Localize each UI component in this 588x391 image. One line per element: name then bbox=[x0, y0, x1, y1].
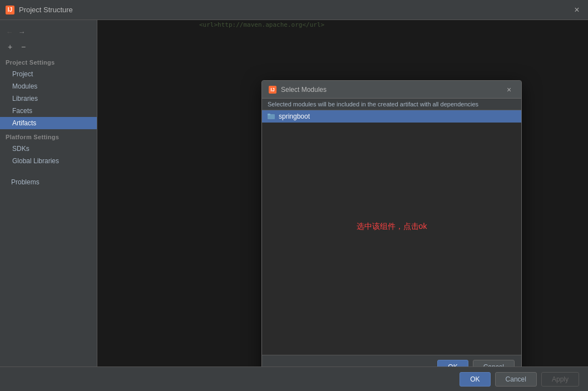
dialog-close-button[interactable]: × bbox=[503, 84, 515, 95]
nav-arrows: ← → bbox=[0, 25, 97, 39]
sidebar-item-project[interactable]: Project bbox=[0, 68, 97, 80]
content-area: <url>http://maven.apache.org</url> Nothi… bbox=[97, 20, 588, 366]
dialog-ok-button[interactable]: OK bbox=[437, 360, 468, 367]
sidebar-toolbar: + − bbox=[0, 39, 97, 55]
title-bar: IJ Project Structure × bbox=[0, 0, 588, 20]
window-close-button[interactable]: × bbox=[571, 4, 582, 16]
module-name: springboot bbox=[279, 113, 310, 120]
add-button[interactable]: + bbox=[4, 41, 16, 52]
module-item-springboot[interactable]: springboot bbox=[262, 110, 521, 123]
modal-overlay: IJ Select Modules × Selected modules wil… bbox=[97, 20, 588, 366]
annotation-text: 选中该组件，点击ok bbox=[357, 222, 427, 232]
module-folder-icon bbox=[268, 113, 275, 120]
dialog-titlebar: IJ Select Modules × bbox=[262, 81, 521, 99]
dialog-title: Select Modules bbox=[281, 86, 503, 94]
dialog-body: Selected modules will be included in the… bbox=[262, 99, 521, 355]
forward-button[interactable]: → bbox=[17, 27, 27, 37]
window-title: Project Structure bbox=[19, 6, 571, 14]
cancel-button[interactable]: Cancel bbox=[495, 372, 537, 387]
ok-button[interactable]: OK bbox=[459, 372, 490, 387]
problems-section: Problems bbox=[0, 167, 97, 188]
remove-button[interactable]: − bbox=[18, 41, 29, 52]
sidebar-item-libraries[interactable]: Libraries bbox=[0, 92, 97, 105]
dialog-icon: IJ bbox=[269, 86, 276, 94]
sidebar-item-problems[interactable]: Problems bbox=[6, 176, 91, 188]
sidebar-item-modules[interactable]: Modules bbox=[0, 80, 97, 92]
apply-button[interactable]: Apply bbox=[541, 372, 579, 387]
dialog-hint: Selected modules will be included in the… bbox=[262, 99, 521, 110]
module-list: springboot bbox=[262, 110, 521, 123]
select-modules-dialog: IJ Select Modules × Selected modules wil… bbox=[261, 80, 522, 366]
project-settings-header: Project Settings bbox=[0, 55, 97, 68]
platform-settings-header: Platform Settings bbox=[0, 129, 97, 143]
sidebar: ← → + − Project Settings Project Modules… bbox=[0, 20, 97, 366]
sidebar-item-global-libraries[interactable]: Global Libraries bbox=[0, 155, 97, 167]
app-icon: IJ bbox=[6, 6, 14, 14]
sidebar-item-facets[interactable]: Facets bbox=[0, 105, 97, 117]
sidebar-item-sdks[interactable]: SDKs bbox=[0, 143, 97, 155]
main-layout: ← → + − Project Settings Project Modules… bbox=[0, 20, 588, 366]
bottom-toolbar: OK Cancel Apply bbox=[0, 366, 588, 391]
sidebar-item-artifacts[interactable]: Artifacts bbox=[0, 117, 97, 129]
back-button[interactable]: ← bbox=[4, 27, 14, 37]
dialog-footer: OK Cancel bbox=[262, 355, 521, 366]
dialog-cancel-button[interactable]: Cancel bbox=[473, 360, 515, 367]
svg-rect-1 bbox=[268, 114, 270, 115]
